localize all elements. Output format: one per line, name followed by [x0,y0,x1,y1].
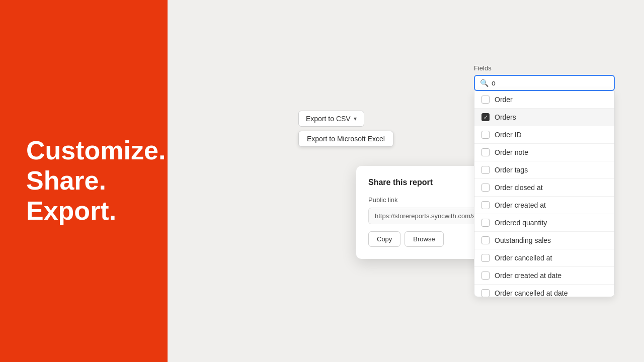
field-label: Order note [495,148,528,156]
field-item[interactable]: Order closed at [474,179,614,197]
field-item[interactable]: ✓Orders [474,109,614,126]
field-checkbox [481,148,490,156]
export-excel-label: Export to Microsoft Excel [307,135,385,143]
field-checkbox [481,219,490,227]
field-checkbox [481,96,490,104]
search-icon: 🔍 [480,79,489,87]
sidebar-tagline: Customize. Share. Export. [26,136,166,226]
field-item[interactable]: Order ID [474,126,614,144]
field-label: Order cancelled at date [495,289,568,297]
fields-list: Order✓OrdersOrder IDOrder noteOrder tags… [474,91,615,297]
field-checkbox [481,254,490,262]
field-item[interactable]: Ordered quantity [474,214,614,232]
field-checkbox: ✓ [481,113,490,121]
fields-panel: Fields 🔍 Order✓OrdersOrder IDOrder noteO… [474,64,615,297]
main-content: Export to CSV ▾ Export to Microsoft Exce… [168,0,644,362]
export-excel-button[interactable]: Export to Microsoft Excel [298,131,393,147]
chevron-down-icon: ▾ [354,115,357,122]
export-csv-button[interactable]: Export to CSV ▾ [298,111,364,127]
field-label: Order ID [495,131,522,139]
copy-button-label: Copy [377,235,392,243]
sidebar-line1: Customize. [26,136,166,165]
export-csv-label: Export to CSV [306,115,351,123]
field-label: Order cancelled at [495,254,552,262]
field-label: Order created at date [495,272,561,280]
field-checkbox [481,272,490,280]
field-checkbox [481,289,490,297]
field-label: Order closed at [495,184,543,192]
field-item[interactable]: Order note [474,144,614,161]
field-checkbox [481,166,490,174]
sidebar-line2: Share. [26,166,106,195]
field-label: Order created at [495,201,546,209]
fields-search-container: 🔍 [474,75,615,91]
field-item[interactable]: Order cancelled at [474,249,614,267]
field-item[interactable]: Order [474,91,614,109]
field-label: Order [495,96,513,104]
field-item[interactable]: Outstanding sales [474,232,614,249]
export-area: Export to CSV ▾ Export to Microsoft Exce… [298,111,393,147]
sidebar: Customize. Share. Export. [0,0,168,362]
fields-search-input[interactable] [492,79,609,87]
field-item[interactable]: Order created at date [474,267,614,285]
field-label: Ordered quantity [495,219,547,227]
field-checkbox [481,184,490,192]
fields-label: Fields [474,64,615,72]
sidebar-line3: Export. [26,196,116,225]
field-item[interactable]: Order cancelled at date [474,285,614,297]
field-label: Orders [495,113,516,121]
share-dialog-title: Share this report [368,178,433,187]
share-left-buttons: Copy Browse [368,231,444,247]
field-item[interactable]: Order tags [474,161,614,179]
field-checkbox [481,131,490,139]
field-checkbox [481,201,490,209]
field-label: Order tags [495,166,528,174]
field-label: Outstanding sales [495,236,551,244]
field-item[interactable]: Order created at [474,197,614,214]
browse-button[interactable]: Browse [405,231,443,247]
field-checkbox [481,236,490,244]
browse-button-label: Browse [413,235,435,243]
copy-link-button[interactable]: Copy [368,231,400,247]
